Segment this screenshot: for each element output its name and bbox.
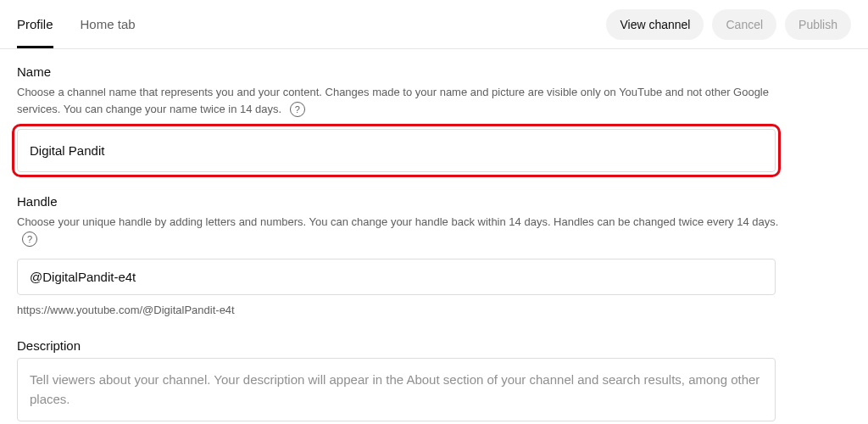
name-input[interactable]: Digital Pandit [17, 129, 776, 172]
tab-profile-label: Profile [17, 17, 53, 31]
tab-home-label: Home tab [81, 17, 136, 31]
handle-input[interactable]: @DigitalPandit-e4t [17, 259, 776, 295]
view-channel-label: View channel [620, 18, 690, 31]
content: Name Choose a channel name that represen… [0, 49, 868, 424]
name-desc: Choose a channel name that represents yo… [17, 84, 780, 117]
handle-section: Handle Choose your unique handle by addi… [17, 194, 851, 316]
description-section: Description Tell viewers about your chan… [17, 338, 851, 421]
tab-home[interactable]: Home tab [81, 0, 136, 48]
description-textarea[interactable]: Tell viewers about your channel. Your de… [17, 358, 776, 421]
handle-url: https://www.youtube.com/@DigitalPandit-e… [17, 304, 851, 316]
view-channel-button[interactable]: View channel [606, 9, 704, 40]
name-title: Name [17, 64, 851, 79]
help-icon[interactable]: ? [22, 232, 37, 247]
action-buttons: View channel Cancel Publish [606, 9, 851, 40]
handle-title: Handle [17, 194, 851, 209]
handle-desc: Choose your unique handle by adding lett… [17, 214, 780, 247]
tabs: Profile Home tab [17, 0, 136, 48]
handle-desc-text: Choose your unique handle by adding lett… [17, 215, 778, 228]
cancel-label: Cancel [726, 18, 763, 31]
description-title: Description [17, 338, 851, 353]
help-icon[interactable]: ? [290, 102, 305, 117]
name-desc-text: Choose a channel name that represents yo… [17, 86, 769, 115]
cancel-button[interactable]: Cancel [712, 9, 776, 40]
name-section: Name Choose a channel name that represen… [17, 64, 851, 172]
description-placeholder: Tell viewers about your channel. Your de… [30, 372, 760, 406]
name-input-value: Digital Pandit [30, 143, 104, 158]
publish-button[interactable]: Publish [785, 9, 851, 40]
publish-label: Publish [798, 18, 837, 31]
tab-profile[interactable]: Profile [17, 0, 53, 48]
topbar: Profile Home tab View channel Cancel Pub… [0, 0, 868, 49]
handle-input-value: @DigitalPandit-e4t [30, 270, 136, 284]
